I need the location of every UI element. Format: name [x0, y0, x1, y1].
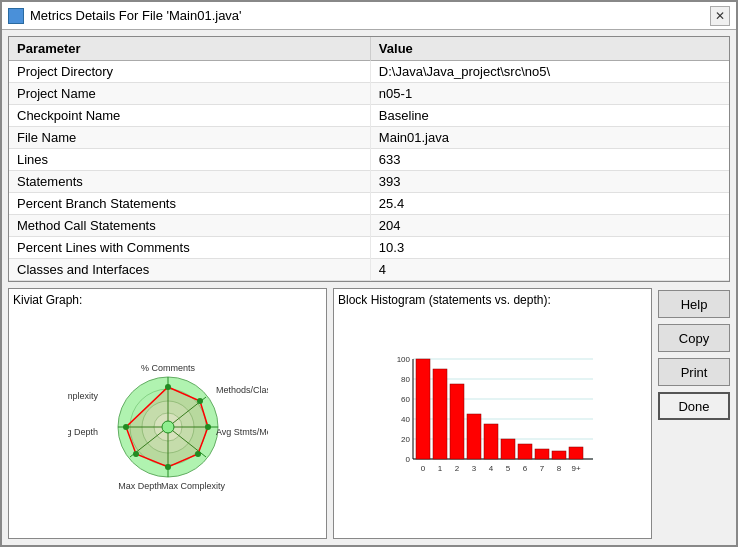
table-row: Percent Lines with Comments10.3	[9, 237, 729, 259]
histogram-panel: Block Histogram (statements vs. depth):	[333, 288, 652, 539]
param-cell: Statements	[9, 171, 370, 193]
param-cell: Percent Branch Statements	[9, 193, 370, 215]
svg-text:Max Depth: Max Depth	[118, 481, 162, 491]
svg-rect-45	[484, 424, 498, 459]
histogram-chart: 100 80 60 40 20 0	[383, 349, 603, 494]
help-button[interactable]: Help	[658, 290, 730, 318]
svg-point-13	[165, 384, 171, 390]
svg-text:Methods/Class: Methods/Class	[216, 385, 268, 395]
svg-text:9+: 9+	[571, 464, 580, 473]
value-cell: 4	[370, 259, 729, 281]
bottom-section: Kiviat Graph:	[8, 288, 730, 539]
value-cell: D:\Java\Java_project\src\no5\	[370, 61, 729, 83]
kiviat-title: Kiviat Graph:	[13, 293, 322, 307]
titlebar: Metrics Details For File 'Main01.java' ✕	[2, 2, 736, 30]
copy-button[interactable]: Copy	[658, 324, 730, 352]
svg-rect-50	[569, 447, 583, 459]
svg-text:Max Complexity: Max Complexity	[160, 481, 225, 491]
content-area: Parameter Value Project DirectoryD:\Java…	[2, 30, 736, 545]
table-row: Classes and Interfaces4	[9, 259, 729, 281]
svg-text:1: 1	[437, 464, 442, 473]
svg-rect-41	[416, 359, 430, 459]
param-cell: Checkpoint Name	[9, 105, 370, 127]
value-cell: 204	[370, 215, 729, 237]
table-row: Project DirectoryD:\Java\Java_project\sr…	[9, 61, 729, 83]
table-row: File NameMain01.java	[9, 127, 729, 149]
close-button[interactable]: ✕	[710, 6, 730, 26]
table-row: Lines633	[9, 149, 729, 171]
svg-text:Avg Stmts/Method: Avg Stmts/Method	[216, 427, 268, 437]
svg-rect-44	[467, 414, 481, 459]
titlebar-left: Metrics Details For File 'Main01.java'	[8, 8, 242, 24]
svg-point-15	[205, 424, 211, 430]
table-header-row: Parameter Value	[9, 37, 729, 61]
param-cell: Lines	[9, 149, 370, 171]
col-value: Value	[370, 37, 729, 61]
svg-point-18	[133, 451, 139, 457]
svg-text:8: 8	[556, 464, 561, 473]
print-button[interactable]: Print	[658, 358, 730, 386]
table-scroll[interactable]: Parameter Value Project DirectoryD:\Java…	[9, 37, 729, 281]
table-row: Percent Branch Statements25.4	[9, 193, 729, 215]
svg-text:Avg Complexity: Avg Complexity	[68, 391, 98, 401]
svg-text:0: 0	[405, 455, 410, 464]
param-cell: File Name	[9, 127, 370, 149]
svg-text:5: 5	[505, 464, 510, 473]
kiviat-panel: Kiviat Graph:	[8, 288, 327, 539]
action-buttons: Help Copy Print Done	[658, 288, 730, 539]
value-cell: 10.3	[370, 237, 729, 259]
table-row: Statements393	[9, 171, 729, 193]
param-cell: Method Call Statements	[9, 215, 370, 237]
svg-text:3: 3	[471, 464, 476, 473]
table-row: Checkpoint NameBaseline	[9, 105, 729, 127]
svg-text:% Comments: % Comments	[140, 363, 195, 373]
svg-text:7: 7	[539, 464, 544, 473]
value-cell: Main01.java	[370, 127, 729, 149]
main-window: Metrics Details For File 'Main01.java' ✕…	[0, 0, 738, 547]
table-row: Project Namen05-1	[9, 83, 729, 105]
svg-point-16	[195, 451, 201, 457]
svg-rect-48	[535, 449, 549, 459]
svg-rect-43	[450, 384, 464, 459]
value-cell: 25.4	[370, 193, 729, 215]
param-cell: Percent Lines with Comments	[9, 237, 370, 259]
param-cell: Classes and Interfaces	[9, 259, 370, 281]
metrics-table: Parameter Value Project DirectoryD:\Java…	[9, 37, 729, 281]
svg-rect-46	[501, 439, 515, 459]
param-cell: Project Name	[9, 83, 370, 105]
svg-text:60: 60	[401, 395, 410, 404]
svg-point-12	[162, 421, 174, 433]
window-icon	[8, 8, 24, 24]
svg-text:80: 80	[401, 375, 410, 384]
value-cell: 393	[370, 171, 729, 193]
histogram-title: Block Histogram (statements vs. depth):	[338, 293, 647, 307]
done-button[interactable]: Done	[658, 392, 730, 420]
param-cell: Project Directory	[9, 61, 370, 83]
svg-point-19	[123, 424, 129, 430]
svg-rect-47	[518, 444, 532, 459]
svg-text:0: 0	[420, 464, 425, 473]
kiviat-chart: % Comments Methods/Class Avg Stmts/Metho…	[68, 349, 268, 494]
svg-text:40: 40	[401, 415, 410, 424]
value-cell: Baseline	[370, 105, 729, 127]
col-parameter: Parameter	[9, 37, 370, 61]
svg-point-17	[165, 464, 171, 470]
graphs-area: Kiviat Graph:	[8, 288, 652, 539]
svg-text:20: 20	[401, 435, 410, 444]
value-cell: 633	[370, 149, 729, 171]
svg-text:2: 2	[454, 464, 459, 473]
table-row: Method Call Statements204	[9, 215, 729, 237]
svg-text:4: 4	[488, 464, 493, 473]
table-body: Project DirectoryD:\Java\Java_project\sr…	[9, 61, 729, 281]
histogram-content: 100 80 60 40 20 0	[338, 309, 647, 534]
svg-text:Avg Depth: Avg Depth	[68, 427, 98, 437]
svg-text:6: 6	[522, 464, 527, 473]
svg-rect-42	[433, 369, 447, 459]
value-cell: n05-1	[370, 83, 729, 105]
window-title: Metrics Details For File 'Main01.java'	[30, 8, 242, 23]
kiviat-content: % Comments Methods/Class Avg Stmts/Metho…	[13, 309, 322, 534]
metrics-table-section: Parameter Value Project DirectoryD:\Java…	[8, 36, 730, 282]
svg-rect-49	[552, 451, 566, 459]
svg-point-14	[197, 398, 203, 404]
svg-text:100: 100	[396, 355, 410, 364]
